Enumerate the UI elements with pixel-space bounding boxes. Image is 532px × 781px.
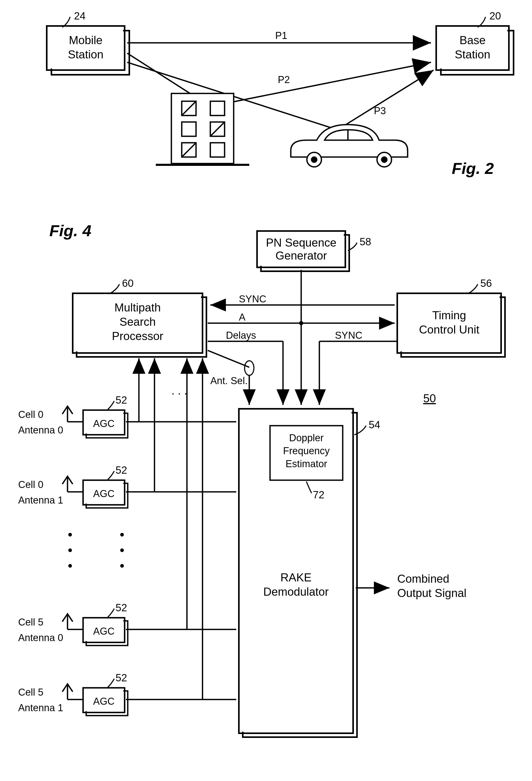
svg-text:Antenna 1: Antenna 1 (18, 495, 63, 506)
svg-point-21 (312, 157, 317, 162)
svg-point-23 (382, 157, 387, 162)
p3-label: P3 (374, 106, 386, 116)
fig4-svg: Fig. 4 PN Sequence Generator 58 Multipat… (10, 218, 519, 750)
cos-label-1: Combined (397, 572, 449, 585)
msp-label-3: Processor (112, 330, 163, 342)
p1-label: P1 (275, 30, 287, 41)
svg-point-62 (120, 564, 124, 568)
dfe-label-2: Frequency (283, 445, 330, 456)
antenna-cell5-ant1: Cell 5 Antenna 1 AGC 52 (18, 358, 236, 715)
timing-control-unit-block: Timing Control Unit (397, 293, 505, 357)
tcu-label-1: Timing (432, 309, 466, 322)
svg-text:AGC: AGC (93, 626, 115, 637)
pn-sequence-generator-block: PN Sequence Generator (257, 231, 349, 271)
rake-label-1: RAKE (280, 571, 312, 584)
svg-text:AGC: AGC (93, 488, 115, 499)
ref-60: 60 (122, 278, 134, 289)
svg-text:Cell 5: Cell 5 (18, 617, 43, 628)
agc-label-1: AGC (93, 418, 115, 429)
svg-rect-12 (182, 122, 196, 136)
dots-msp: . . . (171, 384, 187, 397)
doppler-frequency-estimator-block: Doppler Frequency Estimator (270, 426, 343, 480)
svg-text:Antenna 0: Antenna 0 (18, 632, 63, 643)
fig4-title: Fig. 4 (49, 222, 91, 240)
mobile-station-label-2: Station (68, 48, 104, 61)
svg-text:52: 52 (116, 672, 127, 684)
sync-label-1: SYNC (239, 294, 267, 304)
dfe-label-1: Doppler (289, 433, 324, 443)
ref-72: 72 (313, 489, 325, 500)
ref-24: 24 (74, 10, 86, 22)
svg-point-58 (68, 548, 72, 552)
p2-label: P2 (278, 74, 290, 85)
rake-label-2: Demodulator (263, 585, 329, 598)
pn-label-1: PN Sequence (266, 236, 336, 249)
ant0-label: Antenna 0 (18, 425, 63, 436)
svg-text:Cell 0: Cell 0 (18, 479, 43, 490)
svg-text:Cell 5: Cell 5 (18, 687, 43, 698)
antsel-loop (245, 361, 254, 375)
building-icon (156, 93, 249, 165)
path-p3-seg2 (337, 70, 434, 130)
cell0-label: Cell 0 (18, 409, 43, 420)
antsel-label: Ant. Sel. (210, 375, 248, 386)
ref-56: 56 (480, 278, 492, 289)
svg-point-60 (120, 533, 124, 536)
vertical-dots (68, 533, 124, 568)
svg-point-59 (68, 564, 72, 568)
tcu-label-2: Control Unit (419, 323, 479, 336)
svg-text:52: 52 (116, 602, 127, 613)
msp-label-1: Multipath (115, 301, 161, 314)
figure-4: Fig. 4 PN Sequence Generator 58 Multipat… (10, 218, 522, 750)
a-label: A (239, 312, 246, 323)
mobile-station-block: Mobile Station (47, 26, 129, 75)
ref-58: 58 (360, 236, 371, 247)
pn-label-2: Generator (276, 249, 327, 262)
fig2-svg: Mobile Station 24 Base Station 20 P1 P2 … (10, 10, 519, 192)
antenna-cell0-ant0: Cell 0 Antenna 0 AGC 52 (18, 358, 236, 438)
svg-text:Antenna 1: Antenna 1 (18, 702, 63, 713)
mobile-station-label-1: Mobile (69, 34, 103, 46)
cos-label-2: Output Signal (397, 587, 466, 599)
ref-leader-56 (468, 284, 478, 293)
ref-52-1: 52 (116, 394, 127, 406)
figure-2: Mobile Station 24 Base Station 20 P1 P2 … (10, 10, 522, 192)
svg-text:52: 52 (116, 464, 127, 476)
ref-50: 50 (423, 392, 436, 405)
svg-text:AGC: AGC (93, 696, 115, 707)
base-station-label-2: Station (455, 48, 490, 61)
ref-leader-54 (355, 426, 366, 435)
delays-label: Delays (226, 330, 256, 341)
fig2-title: Fig. 2 (452, 159, 494, 177)
svg-point-57 (68, 533, 72, 536)
antsel-line (208, 351, 249, 367)
dfe-label-3: Estimator (286, 458, 327, 469)
svg-rect-17 (210, 143, 224, 157)
multipath-search-processor-block: Multipath Search Processor (73, 293, 206, 357)
svg-point-61 (120, 548, 124, 552)
ref-54: 54 (369, 419, 380, 430)
base-station-block: Base Station (436, 26, 514, 75)
base-station-label-1: Base (459, 34, 486, 46)
car-icon (291, 125, 408, 167)
svg-rect-11 (210, 101, 224, 116)
ref-20: 20 (489, 10, 501, 22)
msp-label-2: Search (119, 315, 156, 328)
sync-label-2: SYNC (335, 330, 363, 341)
ref-leader-60 (110, 284, 119, 293)
